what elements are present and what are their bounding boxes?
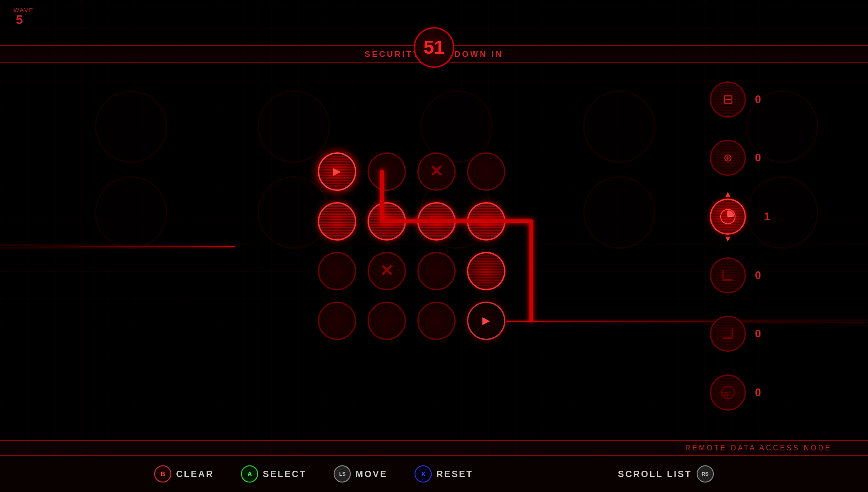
node-0-1 xyxy=(368,152,406,191)
quarter-circle-icon xyxy=(719,383,737,402)
panel-node-4 xyxy=(710,316,746,352)
wave-number: 5 xyxy=(16,13,23,27)
grid-cell-2-1[interactable]: ✕ xyxy=(362,246,411,296)
left-connector-line xyxy=(0,246,235,247)
panel-row-2: ▲ ▼ 1 xyxy=(710,199,778,235)
panel-count-5: 0 xyxy=(755,386,769,399)
node-1-0 xyxy=(318,202,356,241)
node-2-0 xyxy=(318,252,356,290)
panel-icon-0: ⊟ xyxy=(723,92,733,107)
panel-row-4: 0 xyxy=(710,316,769,352)
puzzle-wrapper: ▶ ✕ xyxy=(357,147,511,345)
grid-row-2: ✕ xyxy=(312,246,511,296)
grid-cell-3-2[interactable] xyxy=(411,296,461,345)
node-2-3 xyxy=(467,252,505,290)
button-bar: B CLEAR A SELECT LS MOVE X RESET SCROLL … xyxy=(0,456,868,492)
bottom-bar-text: REMOTE DATA ACCESS NODE xyxy=(685,444,832,452)
timer-circle: 51 xyxy=(414,27,454,68)
panel-node-0: ⊟ xyxy=(710,81,746,118)
clear-label: CLEAR xyxy=(176,469,214,479)
x-mark-icon: ✕ xyxy=(429,162,443,181)
clear-button-item[interactable]: B CLEAR xyxy=(154,465,214,483)
x-mark-icon-2: ✕ xyxy=(380,261,393,280)
a-button-icon: A xyxy=(241,465,258,483)
timer-value: 51 xyxy=(424,37,445,58)
b-button-icon: B xyxy=(154,465,171,483)
scroll-list-label: SCROLL LIST xyxy=(618,469,692,479)
l-shape-icon xyxy=(720,267,736,284)
panel-node-5 xyxy=(710,374,746,411)
node-0-2: ✕ xyxy=(417,152,456,191)
a-label: A xyxy=(247,470,252,478)
puzzle-grid: ▶ ✕ xyxy=(312,147,511,345)
move-label: MOVE xyxy=(355,469,387,479)
panel-node-2-wrapper: ▲ ▼ xyxy=(710,199,746,235)
x-label: X xyxy=(421,470,425,478)
panel-icon-1: ⊕ xyxy=(723,151,732,164)
ls-button-icon: LS xyxy=(334,465,351,483)
panel-count-0: 0 xyxy=(755,93,769,106)
node-3-3: ▶ xyxy=(467,302,505,340)
node-3-1 xyxy=(368,302,406,340)
node-2-2 xyxy=(417,252,456,290)
grid-cell-1-0[interactable] xyxy=(312,196,362,246)
rs-label: RS xyxy=(702,471,708,477)
rs-button-icon: RS xyxy=(697,465,714,483)
panel-count-3: 0 xyxy=(755,269,769,282)
panel-row-0: ⊟ 0 xyxy=(710,81,769,118)
node-1-1 xyxy=(368,202,406,241)
node-1-2 xyxy=(417,202,456,241)
panel-row-3: 0 xyxy=(710,257,769,293)
clock-icon xyxy=(719,208,737,226)
scroll-list-item[interactable]: SCROLL LIST RS xyxy=(618,465,714,483)
grid-cell-1-2[interactable] xyxy=(411,196,461,246)
node-3-0 xyxy=(318,302,356,340)
select-label: SELECT xyxy=(263,469,307,479)
bottom-bar: REMOTE DATA ACCESS NODE xyxy=(0,440,868,456)
b-label: B xyxy=(160,470,165,478)
panel-row-1: ⊕ 0 xyxy=(710,140,769,176)
right-panel: ⊟ 0 ⊕ 0 ▲ ▼ 1 xyxy=(710,72,778,420)
grid-cell-1-1[interactable] xyxy=(362,196,411,246)
panel-node-2 xyxy=(710,199,746,235)
grid-cell-3-1[interactable] xyxy=(362,296,411,345)
l-shape-variant-icon xyxy=(720,326,736,342)
panel-node-1: ⊕ xyxy=(710,140,746,176)
grid-cell-0-3[interactable] xyxy=(461,147,511,196)
exit-arrow-right-icon: ▶ xyxy=(482,315,490,326)
reset-button-item[interactable]: X RESET xyxy=(415,465,473,483)
right-connector-line xyxy=(506,321,868,322)
node-2-1: ✕ xyxy=(368,252,406,290)
select-button-item[interactable]: A SELECT xyxy=(241,465,307,483)
panel-count-4: 0 xyxy=(755,327,769,340)
grid-cell-2-0[interactable] xyxy=(312,246,362,296)
panel-row-5: 0 xyxy=(710,374,769,411)
grid-cell-0-1[interactable] xyxy=(362,147,411,196)
grid-cell-2-3[interactable] xyxy=(461,246,511,296)
ls-label: LS xyxy=(339,471,345,477)
panel-count-2: 1 xyxy=(764,210,778,223)
arrow-right-icon: ▶ xyxy=(333,166,341,177)
grid-cell-1-3[interactable] xyxy=(461,196,511,246)
grid-row-0: ▶ ✕ xyxy=(312,147,511,196)
grid-cell-3-3[interactable]: ▶ xyxy=(461,296,511,345)
grid-row-3: ▶ xyxy=(312,296,511,345)
panel-count-1: 0 xyxy=(755,151,769,164)
x-button-icon: X xyxy=(415,465,432,483)
grid-cell-2-2[interactable] xyxy=(411,246,461,296)
reset-label: RESET xyxy=(436,469,473,479)
panel-node-3 xyxy=(710,257,746,293)
grid-row-1 xyxy=(312,196,511,246)
node-3-2 xyxy=(417,302,456,340)
node-0-3 xyxy=(467,152,505,191)
grid-cell-3-0[interactable] xyxy=(312,296,362,345)
grid-cell-0-0[interactable]: ▶ xyxy=(312,147,362,196)
node-0-0: ▶ xyxy=(318,152,356,191)
node-1-3 xyxy=(467,202,505,241)
grid-cell-0-2[interactable]: ✕ xyxy=(411,147,461,196)
panel-arrow-up: ▲ xyxy=(724,189,732,199)
panel-arrow-down: ▼ xyxy=(724,234,732,244)
move-button-item[interactable]: LS MOVE xyxy=(334,465,387,483)
